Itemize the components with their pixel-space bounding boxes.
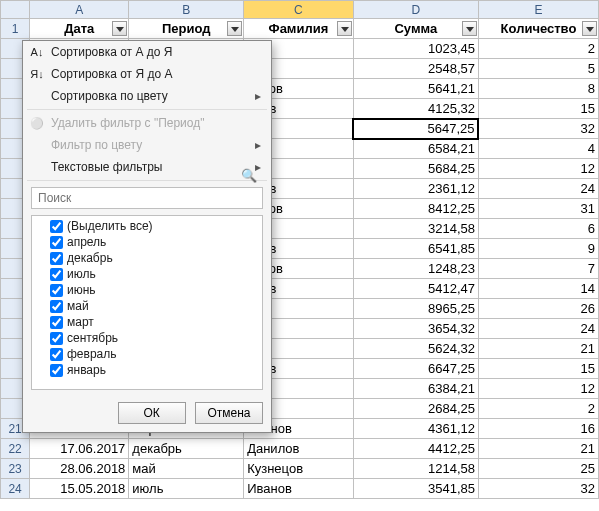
- filter-search-input[interactable]: [31, 187, 263, 209]
- row-number[interactable]: 23: [1, 459, 30, 479]
- filter-button[interactable]: [227, 21, 242, 36]
- cell-sum[interactable]: 6541,85: [353, 239, 478, 259]
- cell-qty[interactable]: 12: [478, 159, 598, 179]
- cell-qty[interactable]: 2: [478, 39, 598, 59]
- filter-checkbox[interactable]: [50, 284, 63, 297]
- cell-qty[interactable]: 24: [478, 179, 598, 199]
- col-letter-D[interactable]: D: [353, 1, 478, 19]
- cell-sum[interactable]: 8965,25: [353, 299, 478, 319]
- cell-sum[interactable]: 4125,32: [353, 99, 478, 119]
- ok-button[interactable]: ОК: [118, 402, 186, 424]
- cell-sum[interactable]: 4361,12: [353, 419, 478, 439]
- cell-qty[interactable]: 32: [478, 479, 598, 499]
- filter-item[interactable]: июль: [36, 266, 260, 282]
- cell-sum[interactable]: 1248,23: [353, 259, 478, 279]
- header-date[interactable]: Дата: [30, 19, 129, 39]
- cell-sum[interactable]: 2548,57: [353, 59, 478, 79]
- filter-checkbox[interactable]: [50, 348, 63, 361]
- cell-qty[interactable]: 26: [478, 299, 598, 319]
- filter-checkbox[interactable]: [50, 220, 63, 233]
- filter-button[interactable]: [582, 21, 597, 36]
- cell-date[interactable]: 15.05.2018: [30, 479, 129, 499]
- row-number[interactable]: 24: [1, 479, 30, 499]
- cell-sum[interactable]: 8412,25: [353, 199, 478, 219]
- row-number[interactable]: 22: [1, 439, 30, 459]
- select-all-corner[interactable]: [1, 1, 30, 19]
- filter-button[interactable]: [337, 21, 352, 36]
- row-number-1[interactable]: 1: [1, 19, 30, 39]
- filter-select-all[interactable]: (Выделить все): [36, 218, 260, 234]
- text-filters-item[interactable]: Текстовые фильтры ▸: [23, 156, 271, 178]
- filter-checkbox[interactable]: [50, 268, 63, 281]
- filter-item[interactable]: апрель: [36, 234, 260, 250]
- cell-surname[interactable]: Кузнецов: [244, 459, 354, 479]
- sort-desc-item[interactable]: Я↓ Сортировка от Я до А: [23, 63, 271, 85]
- cell-sum[interactable]: 6584,21: [353, 139, 478, 159]
- filter-checkbox[interactable]: [50, 236, 63, 249]
- cell-sum[interactable]: 2361,12: [353, 179, 478, 199]
- cell-sum[interactable]: 5684,25: [353, 159, 478, 179]
- col-letter-C[interactable]: C: [244, 1, 354, 19]
- filter-checklist[interactable]: (Выделить все)апрельдекабрьиюльиюньмайма…: [31, 215, 263, 390]
- cell-qty[interactable]: 8: [478, 79, 598, 99]
- filter-checkbox[interactable]: [50, 300, 63, 313]
- cell-qty[interactable]: 6: [478, 219, 598, 239]
- cell-surname[interactable]: Данилов: [244, 439, 354, 459]
- cell-sum[interactable]: 5624,32: [353, 339, 478, 359]
- header-period[interactable]: Период: [129, 19, 244, 39]
- filter-item[interactable]: март: [36, 314, 260, 330]
- filter-checkbox[interactable]: [50, 252, 63, 265]
- col-letter-E[interactable]: E: [478, 1, 598, 19]
- filter-button[interactable]: [112, 21, 127, 36]
- cell-date[interactable]: 17.06.2017: [30, 439, 129, 459]
- filter-item[interactable]: июнь: [36, 282, 260, 298]
- cell-sum[interactable]: 3214,58: [353, 219, 478, 239]
- cell-qty[interactable]: 21: [478, 439, 598, 459]
- cell-sum[interactable]: 5647,25: [353, 119, 478, 139]
- cell-sum[interactable]: 3541,85: [353, 479, 478, 499]
- cell-qty[interactable]: 14: [478, 279, 598, 299]
- cell-sum[interactable]: 6384,21: [353, 379, 478, 399]
- cell-sum[interactable]: 4412,25: [353, 439, 478, 459]
- sort-color-item[interactable]: Сортировка по цвету ▸: [23, 85, 271, 107]
- header-qty[interactable]: Количество: [478, 19, 598, 39]
- cell-sum[interactable]: 5641,21: [353, 79, 478, 99]
- cancel-button[interactable]: Отмена: [195, 402, 263, 424]
- cell-surname[interactable]: Иванов: [244, 479, 354, 499]
- cell-sum[interactable]: 1214,58: [353, 459, 478, 479]
- cell-period[interactable]: июль: [129, 479, 244, 499]
- filter-item[interactable]: декабрь: [36, 250, 260, 266]
- cell-qty[interactable]: 15: [478, 99, 598, 119]
- filter-checkbox[interactable]: [50, 316, 63, 329]
- filter-item[interactable]: январь: [36, 362, 260, 378]
- cell-qty[interactable]: 15: [478, 359, 598, 379]
- cell-qty[interactable]: 16: [478, 419, 598, 439]
- cell-qty[interactable]: 21: [478, 339, 598, 359]
- cell-qty[interactable]: 2: [478, 399, 598, 419]
- cell-qty[interactable]: 24: [478, 319, 598, 339]
- filter-checkbox[interactable]: [50, 364, 63, 377]
- filter-item[interactable]: май: [36, 298, 260, 314]
- cell-qty[interactable]: 4: [478, 139, 598, 159]
- cell-qty[interactable]: 32: [478, 119, 598, 139]
- cell-sum[interactable]: 2684,25: [353, 399, 478, 419]
- cell-qty[interactable]: 12: [478, 379, 598, 399]
- cell-qty[interactable]: 7: [478, 259, 598, 279]
- filter-checkbox[interactable]: [50, 332, 63, 345]
- filter-button[interactable]: [462, 21, 477, 36]
- cell-sum[interactable]: 6647,25: [353, 359, 478, 379]
- cell-sum[interactable]: 1023,45: [353, 39, 478, 59]
- cell-sum[interactable]: 5412,47: [353, 279, 478, 299]
- sort-asc-item[interactable]: А↓ Сортировка от А до Я: [23, 41, 271, 63]
- cell-qty[interactable]: 9: [478, 239, 598, 259]
- cell-sum[interactable]: 3654,32: [353, 319, 478, 339]
- filter-item[interactable]: сентябрь: [36, 330, 260, 346]
- filter-item[interactable]: февраль: [36, 346, 260, 362]
- col-letter-A[interactable]: A: [30, 1, 129, 19]
- col-letter-B[interactable]: B: [129, 1, 244, 19]
- cell-qty[interactable]: 5: [478, 59, 598, 79]
- cell-date[interactable]: 28.06.2018: [30, 459, 129, 479]
- cell-period[interactable]: май: [129, 459, 244, 479]
- cell-period[interactable]: декабрь: [129, 439, 244, 459]
- header-surname[interactable]: Фамилия: [244, 19, 354, 39]
